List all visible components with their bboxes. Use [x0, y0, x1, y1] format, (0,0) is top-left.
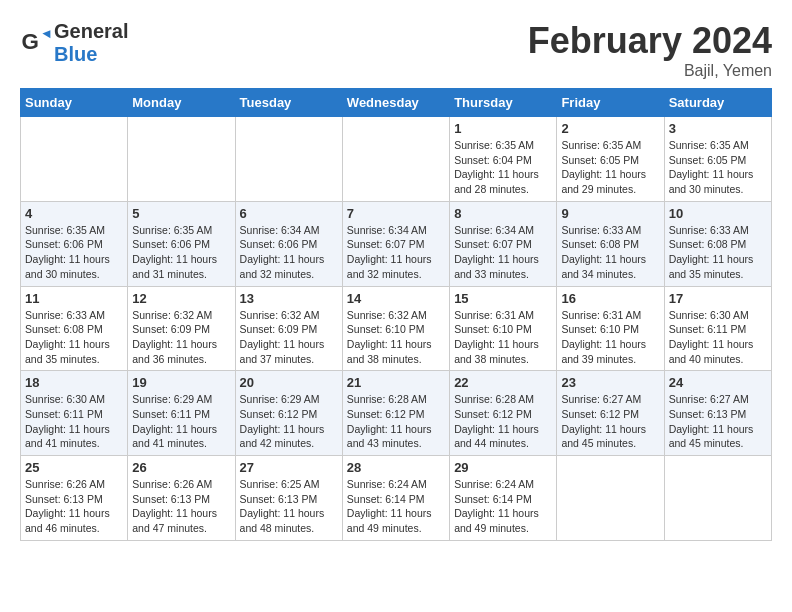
- day-number: 8: [454, 206, 552, 221]
- day-info: Sunrise: 6:31 AMSunset: 6:10 PMDaylight:…: [454, 308, 552, 367]
- logo-text: General Blue: [54, 20, 128, 66]
- weekday-header-wednesday: Wednesday: [342, 89, 449, 117]
- day-number: 14: [347, 291, 445, 306]
- calendar-week-3: 11Sunrise: 6:33 AMSunset: 6:08 PMDayligh…: [21, 286, 772, 371]
- calendar-cell: 13Sunrise: 6:32 AMSunset: 6:09 PMDayligh…: [235, 286, 342, 371]
- day-number: 1: [454, 121, 552, 136]
- logo: G General Blue: [20, 20, 128, 66]
- calendar-cell: 9Sunrise: 6:33 AMSunset: 6:08 PMDaylight…: [557, 201, 664, 286]
- calendar-cell: 25Sunrise: 6:26 AMSunset: 6:13 PMDayligh…: [21, 456, 128, 541]
- day-info: Sunrise: 6:33 AMSunset: 6:08 PMDaylight:…: [25, 308, 123, 367]
- day-number: 16: [561, 291, 659, 306]
- day-info: Sunrise: 6:30 AMSunset: 6:11 PMDaylight:…: [669, 308, 767, 367]
- title-area: February 2024 Bajil, Yemen: [528, 20, 772, 80]
- day-number: 25: [25, 460, 123, 475]
- calendar-cell: [557, 456, 664, 541]
- weekday-header-tuesday: Tuesday: [235, 89, 342, 117]
- calendar-week-5: 25Sunrise: 6:26 AMSunset: 6:13 PMDayligh…: [21, 456, 772, 541]
- day-info: Sunrise: 6:34 AMSunset: 6:07 PMDaylight:…: [347, 223, 445, 282]
- day-number: 17: [669, 291, 767, 306]
- day-number: 4: [25, 206, 123, 221]
- day-number: 24: [669, 375, 767, 390]
- calendar-cell: 29Sunrise: 6:24 AMSunset: 6:14 PMDayligh…: [450, 456, 557, 541]
- day-info: Sunrise: 6:35 AMSunset: 6:04 PMDaylight:…: [454, 138, 552, 197]
- calendar-cell: 1Sunrise: 6:35 AMSunset: 6:04 PMDaylight…: [450, 117, 557, 202]
- day-info: Sunrise: 6:31 AMSunset: 6:10 PMDaylight:…: [561, 308, 659, 367]
- location: Bajil, Yemen: [528, 62, 772, 80]
- day-number: 28: [347, 460, 445, 475]
- day-info: Sunrise: 6:24 AMSunset: 6:14 PMDaylight:…: [347, 477, 445, 536]
- calendar-cell: 28Sunrise: 6:24 AMSunset: 6:14 PMDayligh…: [342, 456, 449, 541]
- day-info: Sunrise: 6:34 AMSunset: 6:07 PMDaylight:…: [454, 223, 552, 282]
- weekday-header-monday: Monday: [128, 89, 235, 117]
- day-number: 6: [240, 206, 338, 221]
- day-info: Sunrise: 6:33 AMSunset: 6:08 PMDaylight:…: [561, 223, 659, 282]
- day-info: Sunrise: 6:35 AMSunset: 6:06 PMDaylight:…: [132, 223, 230, 282]
- day-number: 26: [132, 460, 230, 475]
- calendar-cell: 8Sunrise: 6:34 AMSunset: 6:07 PMDaylight…: [450, 201, 557, 286]
- calendar-cell: 23Sunrise: 6:27 AMSunset: 6:12 PMDayligh…: [557, 371, 664, 456]
- day-info: Sunrise: 6:35 AMSunset: 6:05 PMDaylight:…: [561, 138, 659, 197]
- calendar-cell: 22Sunrise: 6:28 AMSunset: 6:12 PMDayligh…: [450, 371, 557, 456]
- day-info: Sunrise: 6:25 AMSunset: 6:13 PMDaylight:…: [240, 477, 338, 536]
- calendar-cell: 10Sunrise: 6:33 AMSunset: 6:08 PMDayligh…: [664, 201, 771, 286]
- svg-marker-1: [42, 30, 50, 38]
- day-info: Sunrise: 6:26 AMSunset: 6:13 PMDaylight:…: [132, 477, 230, 536]
- day-info: Sunrise: 6:35 AMSunset: 6:05 PMDaylight:…: [669, 138, 767, 197]
- day-info: Sunrise: 6:27 AMSunset: 6:12 PMDaylight:…: [561, 392, 659, 451]
- calendar-cell: 17Sunrise: 6:30 AMSunset: 6:11 PMDayligh…: [664, 286, 771, 371]
- calendar-cell: 12Sunrise: 6:32 AMSunset: 6:09 PMDayligh…: [128, 286, 235, 371]
- calendar-cell: [342, 117, 449, 202]
- logo-icon: G: [20, 27, 52, 59]
- calendar-week-2: 4Sunrise: 6:35 AMSunset: 6:06 PMDaylight…: [21, 201, 772, 286]
- day-number: 19: [132, 375, 230, 390]
- day-info: Sunrise: 6:30 AMSunset: 6:11 PMDaylight:…: [25, 392, 123, 451]
- weekday-header-thursday: Thursday: [450, 89, 557, 117]
- calendar-cell: 16Sunrise: 6:31 AMSunset: 6:10 PMDayligh…: [557, 286, 664, 371]
- month-title: February 2024: [528, 20, 772, 62]
- calendar-cell: 6Sunrise: 6:34 AMSunset: 6:06 PMDaylight…: [235, 201, 342, 286]
- calendar-cell: [128, 117, 235, 202]
- day-number: 23: [561, 375, 659, 390]
- day-number: 13: [240, 291, 338, 306]
- day-info: Sunrise: 6:28 AMSunset: 6:12 PMDaylight:…: [454, 392, 552, 451]
- day-info: Sunrise: 6:32 AMSunset: 6:09 PMDaylight:…: [240, 308, 338, 367]
- calendar-header: SundayMondayTuesdayWednesdayThursdayFrid…: [21, 89, 772, 117]
- calendar-cell: [235, 117, 342, 202]
- calendar-cell: 26Sunrise: 6:26 AMSunset: 6:13 PMDayligh…: [128, 456, 235, 541]
- day-info: Sunrise: 6:35 AMSunset: 6:06 PMDaylight:…: [25, 223, 123, 282]
- calendar-cell: 2Sunrise: 6:35 AMSunset: 6:05 PMDaylight…: [557, 117, 664, 202]
- weekday-header-sunday: Sunday: [21, 89, 128, 117]
- day-number: 21: [347, 375, 445, 390]
- calendar-cell: [664, 456, 771, 541]
- calendar-cell: 4Sunrise: 6:35 AMSunset: 6:06 PMDaylight…: [21, 201, 128, 286]
- calendar-table: SundayMondayTuesdayWednesdayThursdayFrid…: [20, 88, 772, 541]
- day-number: 5: [132, 206, 230, 221]
- day-number: 11: [25, 291, 123, 306]
- day-number: 3: [669, 121, 767, 136]
- day-info: Sunrise: 6:33 AMSunset: 6:08 PMDaylight:…: [669, 223, 767, 282]
- calendar-cell: [21, 117, 128, 202]
- day-number: 22: [454, 375, 552, 390]
- day-info: Sunrise: 6:32 AMSunset: 6:09 PMDaylight:…: [132, 308, 230, 367]
- calendar-body: 1Sunrise: 6:35 AMSunset: 6:04 PMDaylight…: [21, 117, 772, 541]
- calendar-cell: 18Sunrise: 6:30 AMSunset: 6:11 PMDayligh…: [21, 371, 128, 456]
- day-number: 18: [25, 375, 123, 390]
- calendar-cell: 19Sunrise: 6:29 AMSunset: 6:11 PMDayligh…: [128, 371, 235, 456]
- day-number: 27: [240, 460, 338, 475]
- svg-text:G: G: [22, 29, 39, 54]
- day-number: 10: [669, 206, 767, 221]
- day-info: Sunrise: 6:24 AMSunset: 6:14 PMDaylight:…: [454, 477, 552, 536]
- calendar-week-4: 18Sunrise: 6:30 AMSunset: 6:11 PMDayligh…: [21, 371, 772, 456]
- calendar-cell: 24Sunrise: 6:27 AMSunset: 6:13 PMDayligh…: [664, 371, 771, 456]
- day-info: Sunrise: 6:29 AMSunset: 6:12 PMDaylight:…: [240, 392, 338, 451]
- calendar-cell: 15Sunrise: 6:31 AMSunset: 6:10 PMDayligh…: [450, 286, 557, 371]
- day-number: 20: [240, 375, 338, 390]
- day-number: 9: [561, 206, 659, 221]
- day-number: 12: [132, 291, 230, 306]
- calendar-cell: 27Sunrise: 6:25 AMSunset: 6:13 PMDayligh…: [235, 456, 342, 541]
- calendar-cell: 11Sunrise: 6:33 AMSunset: 6:08 PMDayligh…: [21, 286, 128, 371]
- calendar-cell: 7Sunrise: 6:34 AMSunset: 6:07 PMDaylight…: [342, 201, 449, 286]
- day-number: 29: [454, 460, 552, 475]
- day-number: 2: [561, 121, 659, 136]
